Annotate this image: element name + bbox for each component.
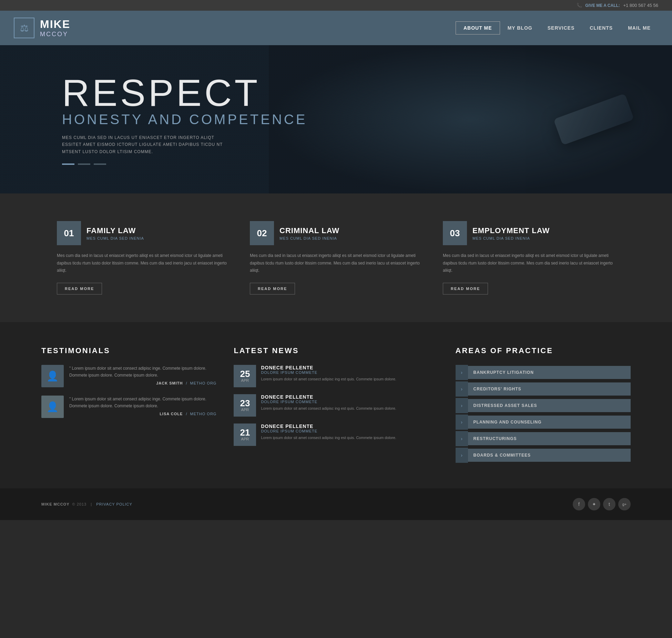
facebook-icon[interactable]: f: [573, 498, 585, 510]
testimonial-text-2: " Lorem ipsum dolor sit amet consect adi…: [69, 396, 216, 410]
practice-label-4: PLANNING AND COUNSELING: [468, 416, 631, 429]
footer-year: © 2013: [72, 502, 87, 506]
practice-label-5: RESTRUCTURINGS: [468, 432, 631, 445]
practice-arrow-6: ›: [456, 448, 468, 463]
author-name-1: JACK SMITH: [156, 381, 183, 385]
service-title-2: CRIMINAL LAW: [279, 226, 339, 235]
service-title-area-2: CRIMINAL LAW MES CUML DIA SED INENIA: [279, 226, 339, 240]
practice-item-4[interactable]: › PLANNING AND COUNSELING: [456, 415, 631, 430]
practice-item-1[interactable]: › BANKRUPTCY LITIGATION: [456, 365, 631, 380]
googleplus-icon[interactable]: g+: [618, 498, 631, 510]
practice-arrow-3: ›: [456, 398, 468, 413]
author-org-1: METHO ORG: [190, 381, 217, 385]
phone-icon: 📞: [577, 3, 582, 8]
practice-label-6: BOARDS & COMMITTEES: [468, 449, 631, 462]
news-date-3: 21 APR: [234, 423, 256, 446]
service-title-3: EMPLOYMENT LAW: [472, 226, 550, 235]
latest-news-section: LATEST NEWS 25 APR DONECE PELLENTE DOLOR…: [234, 346, 438, 464]
nav-blog[interactable]: MY BLOG: [500, 22, 540, 34]
testimonial-item-1: 👤 " Lorem ipsum dolor sit amet consect a…: [41, 365, 216, 387]
footer-privacy: PRIVACY POLICY: [96, 502, 132, 506]
news-sub-2: DOLORE IPSUM COMMETE: [261, 400, 396, 404]
nav-about[interactable]: ABOUT ME: [456, 21, 500, 34]
news-sub-1: DOLORE IPSUM COMMETE: [261, 370, 396, 375]
news-date-2: 23 APR: [234, 394, 256, 417]
service-desc-2: Mes cum dia sed in lacus ut eniascet ing…: [250, 252, 422, 275]
nav-clients[interactable]: CLIENTS: [582, 22, 620, 34]
practice-item-3[interactable]: › DISTRESSED ASSET SALES: [456, 398, 631, 413]
top-bar: 📞 GIVE ME A CALL: +1 800 567 45 56: [0, 0, 672, 11]
news-day-3: 21: [240, 428, 250, 437]
hero-dot-3[interactable]: [94, 163, 106, 165]
news-title-1: DONECE PELLENTE: [261, 365, 396, 370]
news-date-1: 25 APR: [234, 365, 256, 387]
footer-left: MIKE MCCOY © 2013 | PRIVACY POLICY: [41, 502, 132, 506]
phone-number: +1 800 567 45 56: [623, 3, 658, 8]
practice-arrow-5: ›: [456, 431, 468, 446]
read-more-btn-3[interactable]: READ MORE: [443, 283, 488, 295]
brand-subtitle: MCCOY: [40, 31, 70, 38]
avatar-2: 👤: [41, 396, 64, 418]
nav-services[interactable]: SERVICES: [540, 22, 582, 34]
call-label: GIVE ME A CALL:: [585, 3, 620, 8]
hero-section: RESPECT HONESTY AND COMPETENCE MES CUML …: [0, 45, 672, 193]
hero-dot-1[interactable]: [62, 163, 74, 165]
read-more-btn-2[interactable]: READ MORE: [250, 283, 295, 295]
testimonial-author-1: JACK SMITH / METHO ORG: [69, 381, 216, 385]
twitter-icon[interactable]: t: [603, 498, 615, 510]
author-sep-1: /: [186, 381, 187, 385]
news-desc-3: Lorem ipsum dolor sit amet consect adipi…: [261, 435, 396, 441]
rss-icon[interactable]: ✦: [588, 498, 600, 510]
practice-arrow-2: ›: [456, 381, 468, 397]
main-nav: ABOUT ME MY BLOG SERVICES CLIENTS MAIL M…: [456, 21, 658, 34]
practice-arrow-4: ›: [456, 415, 468, 430]
news-desc-2: Lorem ipsum dolor sit amet consect adipi…: [261, 406, 396, 412]
testimonial-text-1: " Lorem ipsum dolor sit amet consect adi…: [69, 365, 216, 379]
practice-label-1: BANKRUPTCY LITIGATION: [468, 366, 631, 379]
testimonials-title: TESTIMONIALS: [41, 346, 216, 355]
news-desc-1: Lorem ipsum dolor sit amet consect adipi…: [261, 376, 396, 382]
latest-news-title: LATEST NEWS: [234, 346, 438, 355]
service-num-1: 01: [57, 221, 81, 245]
practice-label-3: DISTRESSED ASSET SALES: [468, 399, 631, 412]
practice-item-6[interactable]: › BOARDS & COMMITTEES: [456, 448, 631, 463]
service-header-2: 02 CRIMINAL LAW MES CUML DIA SED INENIA: [250, 221, 422, 245]
hero-title: RESPECT: [62, 74, 307, 112]
areas-practice-title: AREAS OF PRACTICE: [456, 346, 631, 355]
lower-section: TESTIMONIALS 👤 " Lorem ipsum dolor sit a…: [0, 322, 672, 488]
header: ⚖ MIKE MCCOY ABOUT ME MY BLOG SERVICES C…: [0, 11, 672, 45]
service-desc-3: Mes cum dia sed in lacus ut eniascet ing…: [443, 252, 615, 275]
service-sub-1: MES CUML DIA SED INENIA: [86, 236, 144, 240]
testimonials-section: TESTIMONIALS 👤 " Lorem ipsum dolor sit a…: [41, 346, 216, 464]
service-header-3: 03 EMPLOYMENT LAW MES CUML DIA SED INENI…: [443, 221, 615, 245]
practice-item-2[interactable]: › CREDITORS' RIGHTS: [456, 381, 631, 397]
news-content-3: DONECE PELLENTE DOLORE IPSUM COMMETE Lor…: [261, 423, 396, 441]
hero-dots: [62, 163, 307, 165]
hero-background: [269, 45, 672, 193]
news-day-2: 23: [240, 399, 250, 408]
footer-sep: |: [91, 502, 92, 506]
footer: MIKE MCCOY © 2013 | PRIVACY POLICY f ✦ t…: [0, 488, 672, 520]
service-title-area-1: FAMILY LAW MES CUML DIA SED INENIA: [86, 226, 144, 240]
author-name-2: LISA COLE: [160, 412, 183, 416]
hero-subtitle: HONESTY AND COMPETENCE: [62, 112, 307, 127]
news-sub-3: DOLORE IPSUM COMMETE: [261, 429, 396, 433]
news-title-2: DONECE PELLENTE: [261, 394, 396, 400]
service-title-area-3: EMPLOYMENT LAW MES CUML DIA SED INENIA: [472, 226, 550, 240]
testimonial-body-2: " Lorem ipsum dolor sit amet consect adi…: [69, 396, 216, 416]
news-item-1: 25 APR DONECE PELLENTE DOLORE IPSUM COMM…: [234, 365, 438, 387]
hero-content: RESPECT HONESTY AND COMPETENCE MES CUML …: [62, 74, 307, 165]
news-content-2: DONECE PELLENTE DOLORE IPSUM COMMETE Lor…: [261, 394, 396, 412]
services-section: 01 FAMILY LAW MES CUML DIA SED INENIA Me…: [0, 193, 672, 322]
testimonial-author-2: LISA COLE / METHO ORG: [69, 412, 216, 416]
practice-item-5[interactable]: › RESTRUCTURINGS: [456, 431, 631, 446]
service-card-2: 02 CRIMINAL LAW MES CUML DIA SED INENIA …: [250, 221, 422, 295]
logo-text: MIKE MCCOY: [40, 18, 70, 38]
hero-dot-2[interactable]: [78, 163, 90, 165]
news-title-3: DONECE PELLENTE: [261, 423, 396, 429]
news-content-1: DONECE PELLENTE DOLORE IPSUM COMMETE Lor…: [261, 365, 396, 382]
news-month-1: APR: [241, 378, 249, 382]
footer-brand: MIKE MCCOY: [41, 502, 70, 506]
read-more-btn-1[interactable]: READ MORE: [57, 283, 102, 295]
nav-mail[interactable]: MAIL ME: [620, 22, 658, 34]
